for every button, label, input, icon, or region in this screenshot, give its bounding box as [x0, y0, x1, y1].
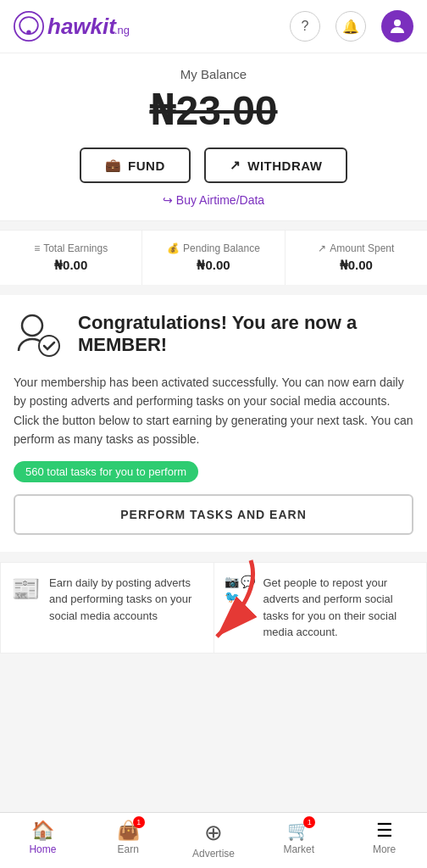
nav-home[interactable]: 🏠 Home — [0, 813, 86, 868]
nav-advertise-label: Advertise — [192, 848, 235, 860]
nav-home-label: Home — [29, 843, 56, 855]
home-icon: 🏠 — [31, 820, 54, 842]
balance-section: My Balance ₦23.00 💼 FUND ↗ WITHDRAW ↪ Bu… — [0, 53, 427, 221]
social-icons: 📷 💬 🐦 — [225, 575, 255, 604]
stat-spent-label: ↗ Amount Spent — [292, 242, 420, 254]
instagram-icon: 📷 — [225, 575, 239, 588]
perform-tasks-button[interactable]: PERFORM TASKS AND EARN — [14, 494, 413, 535]
nav-market[interactable]: 🛒 1 Market — [256, 813, 341, 868]
twitter-icon: 🐦 — [225, 590, 239, 604]
logo-icon — [14, 11, 44, 42]
advertise-icon: ⊕ — [204, 820, 223, 846]
earn-badge: 1 — [133, 816, 145, 828]
stat-pending-value: ₦0.00 — [149, 258, 277, 273]
nav-market-label: Market — [283, 843, 314, 855]
membership-header: Congratulations! You are now a MEMBER! — [14, 312, 413, 363]
avatar-icon — [388, 17, 407, 36]
earn-card-text: Earn daily by posting adverts and perfor… — [49, 575, 203, 625]
nav-more-label: More — [373, 843, 396, 855]
svg-point-1 — [26, 31, 30, 35]
wallet-small-icon: 💰 — [167, 242, 180, 254]
airtime-link[interactable]: ↪ Buy Airtime/Data — [14, 193, 413, 207]
more-icon: ☰ — [376, 820, 393, 842]
action-buttons: 💼 FUND ↗ WITHDRAW — [14, 147, 413, 183]
wallet-icon: 💼 — [105, 158, 122, 173]
balance-label: My Balance — [14, 67, 413, 81]
tasks-badge: 560 total tasks for you to perform — [14, 461, 198, 482]
svg-point-3 — [22, 315, 42, 336]
svg-point-0 — [14, 12, 43, 41]
member-icon — [14, 312, 64, 363]
earn-card-icon: 📰 — [11, 575, 41, 603]
whatsapp-icon: 💬 — [241, 575, 255, 588]
profile-button[interactable] — [381, 10, 413, 42]
airtime-icon: ↪ — [163, 193, 173, 207]
info-card-earn: 📰 Earn daily by posting adverts and perf… — [0, 562, 214, 654]
header-icons: ? 🔔 — [290, 10, 413, 42]
logo: hawkit .ng — [14, 11, 130, 42]
withdraw-label: WITHDRAW — [247, 159, 322, 173]
balance-amount: ₦23.00 — [14, 86, 413, 134]
membership-body: Your membership has been activated succe… — [14, 373, 413, 449]
membership-card: Congratulations! You are now a MEMBER! Y… — [0, 295, 427, 552]
header: hawkit .ng ? 🔔 — [0, 0, 427, 53]
nav-earn-label: Earn — [118, 843, 139, 855]
info-section: 📰 Earn daily by posting adverts and perf… — [0, 562, 427, 654]
market-icon: 🛒 1 — [287, 820, 310, 842]
fund-button[interactable]: 💼 FUND — [80, 147, 191, 183]
arrow-icon: ↗ — [318, 242, 326, 254]
logo-ng: .ng — [114, 24, 130, 36]
cards-row: 📰 Earn daily by posting adverts and perf… — [0, 562, 427, 654]
stat-pending-balance: 💰 Pending Balance ₦0.00 — [142, 231, 285, 285]
stat-pending-label: 💰 Pending Balance — [149, 242, 277, 254]
info-card-social: 📷 💬 🐦 Get people to repost your adverts … — [214, 562, 428, 654]
social-card-text: Get people to repost your adverts and pe… — [263, 575, 417, 641]
svg-point-2 — [394, 19, 401, 26]
stat-amount-spent: ↗ Amount Spent ₦0.00 — [286, 231, 427, 285]
market-badge: 1 — [303, 816, 315, 828]
earn-icon: 👜 1 — [117, 820, 140, 842]
withdraw-button[interactable]: ↗ WITHDRAW — [204, 147, 348, 183]
stats-row: ≡ Total Earnings ₦0.00 💰 Pending Balance… — [0, 230, 427, 285]
stat-spent-value: ₦0.00 — [292, 258, 420, 273]
svg-point-4 — [39, 336, 59, 356]
stat-total-value: ₦0.00 — [7, 258, 135, 273]
list-icon: ≡ — [34, 242, 40, 254]
bottom-nav: 🏠 Home 👜 1 Earn ⊕ Advertise 🛒 1 Market ☰… — [0, 812, 427, 868]
help-button[interactable]: ? — [290, 11, 320, 42]
fund-label: FUND — [128, 159, 165, 173]
stat-total-earnings: ≡ Total Earnings ₦0.00 — [0, 231, 142, 285]
withdraw-icon: ↗ — [230, 158, 241, 173]
nav-more[interactable]: ☰ More — [341, 813, 427, 868]
stat-total-label: ≡ Total Earnings — [7, 242, 135, 254]
nav-advertise[interactable]: ⊕ Advertise — [171, 813, 257, 868]
membership-title: Congratulations! You are now a MEMBER! — [78, 312, 413, 357]
logo-text: hawkit — [47, 14, 116, 40]
notification-button[interactable]: 🔔 — [336, 11, 366, 42]
nav-earn[interactable]: 👜 1 Earn — [86, 813, 171, 868]
airtime-label: Buy Airtime/Data — [176, 193, 264, 207]
